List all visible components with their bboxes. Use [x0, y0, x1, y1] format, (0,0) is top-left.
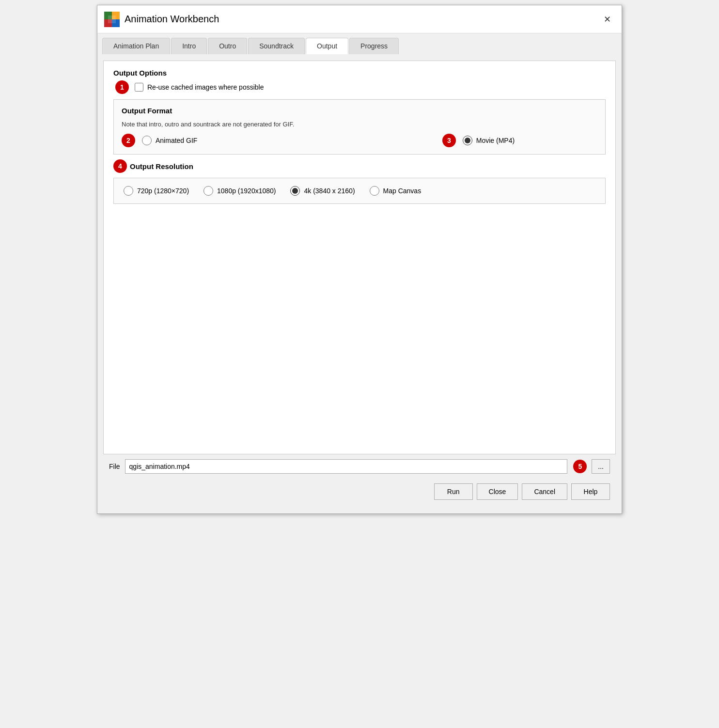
tab-soundtrack[interactable]: Soundtrack: [248, 38, 305, 54]
content-area: Output Options 1 Re-use cached images wh…: [97, 54, 622, 513]
reuse-cache-checkbox[interactable]: [135, 83, 143, 92]
mp4-option-group: 3 Movie (MP4): [360, 134, 597, 147]
map-canvas-option[interactable]: Map Canvas: [370, 186, 422, 196]
badge-1: 1: [115, 80, 129, 94]
tabs-bar: Animation Plan Intro Outro Soundtrack Ou…: [97, 33, 622, 54]
720p-radio[interactable]: [124, 186, 133, 196]
4k-option[interactable]: 4k (3840 x 2160): [290, 186, 355, 196]
map-canvas-label: Map Canvas: [383, 187, 422, 195]
empty-space: [113, 204, 606, 446]
tab-animation-plan[interactable]: Animation Plan: [102, 38, 170, 54]
4k-label: 4k (3840 x 2160): [304, 187, 355, 195]
title-bar: Animation Workbench ✕: [97, 5, 622, 33]
map-canvas-radio[interactable]: [370, 186, 379, 196]
run-button[interactable]: Run: [434, 483, 473, 500]
resolution-title-row: 4 Output Resolution: [113, 159, 606, 173]
title-bar-left: Animation Workbench: [104, 12, 219, 27]
gif-radio[interactable]: [142, 136, 152, 145]
720p-option[interactable]: 720p (1280×720): [124, 186, 189, 196]
window-title: Animation Workbench: [125, 14, 219, 25]
app-icon: [104, 12, 120, 27]
resolution-box: 720p (1280×720) 1080p (1920x1080) 4k (38…: [113, 178, 606, 204]
file-input[interactable]: [125, 459, 568, 474]
tab-progress[interactable]: Progress: [349, 38, 399, 54]
close-window-button[interactable]: ✕: [600, 13, 615, 26]
720p-label: 720p (1280×720): [137, 187, 189, 195]
browse-button[interactable]: ...: [592, 459, 610, 474]
cancel-button[interactable]: Cancel: [522, 483, 567, 500]
main-window: Animation Workbench ✕ Animation Plan Int…: [97, 5, 622, 514]
badge-5: 5: [573, 460, 587, 473]
file-label: File: [109, 463, 120, 470]
badge-2: 2: [122, 134, 135, 147]
help-button[interactable]: Help: [571, 483, 610, 500]
mp4-label: Movie (MP4): [476, 137, 515, 144]
tab-intro[interactable]: Intro: [171, 38, 207, 54]
1080p-radio[interactable]: [203, 186, 213, 196]
resolution-section: 4 Output Resolution 720p (1280×720) 1080…: [113, 159, 606, 204]
output-format-box: Output Format Note that intro, outro and…: [113, 99, 606, 155]
badge-4: 4: [113, 159, 127, 173]
1080p-option[interactable]: 1080p (1920x1080): [203, 186, 276, 196]
close-button[interactable]: Close: [477, 483, 518, 500]
output-options-title: Output Options: [113, 69, 606, 77]
4k-radio[interactable]: [290, 186, 300, 196]
file-row: File 5 ...: [103, 454, 616, 479]
animated-gif-option[interactable]: Animated GIF: [142, 136, 197, 145]
reuse-cache-label: Re-use cached images where possible: [147, 83, 264, 91]
1080p-label: 1080p (1920x1080): [217, 187, 276, 195]
resolution-title: Output Resolution: [130, 162, 193, 170]
gif-option-group: 2 Animated GIF: [122, 134, 360, 147]
bottom-bar: Run Close Cancel Help: [103, 479, 616, 507]
output-panel: Output Options 1 Re-use cached images wh…: [103, 61, 616, 454]
badge-3: 3: [442, 134, 456, 147]
mp4-option[interactable]: Movie (MP4): [463, 136, 515, 145]
tab-outro[interactable]: Outro: [208, 38, 247, 54]
output-format-title: Output Format: [122, 107, 597, 115]
gif-label: Animated GIF: [156, 137, 197, 144]
format-options-wrap: 2 Animated GIF 3 Movie (MP4): [122, 134, 597, 147]
checkbox-section: 1 Re-use cached images where possible: [113, 83, 606, 92]
format-note: Note that intro, outro and sountrack are…: [122, 121, 597, 128]
svg-rect-4: [108, 15, 116, 23]
tab-output[interactable]: Output: [306, 38, 348, 54]
mp4-radio[interactable]: [463, 136, 472, 145]
